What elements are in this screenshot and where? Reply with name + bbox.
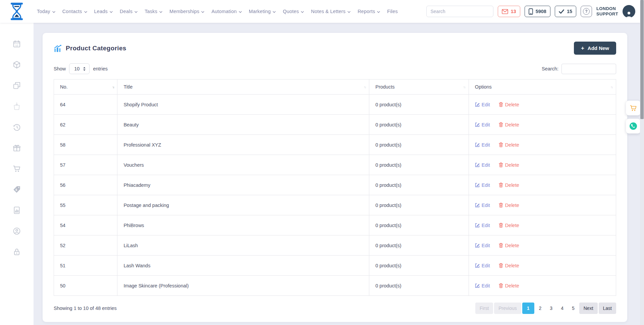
delete-link[interactable]: Delete	[499, 162, 519, 168]
cart-float-button[interactable]	[626, 101, 641, 115]
global-search-input[interactable]	[427, 9, 493, 14]
table-search: Search:	[542, 64, 616, 74]
edit-link[interactable]: Edit	[475, 182, 490, 188]
main-nav: TodayContactsLeadsDealsTasksMembershipsA…	[37, 9, 398, 14]
row-no: 51	[54, 256, 117, 276]
entries-label: entries	[93, 66, 108, 71]
nav-item-quotes[interactable]: Quotes	[283, 9, 304, 14]
pagination-2[interactable]: 2	[535, 303, 545, 314]
delete-link[interactable]: Delete	[499, 122, 519, 127]
entries-summary: Showing 1 to 10 of 48 entries	[54, 306, 117, 311]
nav-item-notes-letters[interactable]: Notes & Letters	[311, 9, 351, 14]
edit-link[interactable]: Edit	[475, 142, 490, 148]
table-row: 55Postage and packing0 product(s)EditDel…	[54, 195, 616, 215]
edit-link[interactable]: Edit	[475, 263, 490, 268]
column-header-no[interactable]: No.↑↓	[54, 79, 117, 95]
report-doc-icon[interactable]	[12, 206, 21, 215]
nav-item-contacts[interactable]: Contacts	[62, 9, 87, 14]
nav-item-marketing[interactable]: Marketing	[249, 9, 276, 14]
table-row: 62Beauty0 product(s)EditDelete	[54, 115, 616, 135]
gift-icon[interactable]	[12, 144, 21, 152]
nav-item-tasks[interactable]: Tasks	[145, 9, 162, 14]
help-button[interactable]: ?	[581, 6, 592, 17]
row-no: 50	[54, 276, 117, 296]
products-cube-icon[interactable]	[12, 60, 21, 69]
delete-link[interactable]: Delete	[499, 142, 519, 148]
delete-link[interactable]: Delete	[499, 263, 519, 268]
pagination-1[interactable]: 1	[522, 303, 534, 314]
column-header-title[interactable]: Title↑↓	[117, 79, 369, 95]
nav-item-today[interactable]: Today	[37, 9, 55, 14]
column-header-products[interactable]: Products↑↓	[369, 79, 469, 95]
chevron-down-icon	[239, 9, 242, 14]
nav-item-memberships[interactable]: Memberships	[169, 9, 204, 14]
app-logo[interactable]	[0, 3, 34, 20]
account-circle-icon[interactable]	[12, 227, 21, 235]
tasks-badge[interactable]: 15	[555, 6, 576, 17]
table-row: 52LiLash0 product(s)EditDelete	[54, 235, 616, 256]
column-header-options[interactable]: Options↑↓	[469, 79, 616, 95]
delete-link[interactable]: Delete	[499, 283, 519, 288]
edit-link[interactable]: Edit	[475, 122, 490, 127]
pagination-last[interactable]: Last	[599, 303, 616, 314]
table-row: 57Vouchers0 product(s)EditDelete	[54, 155, 616, 175]
row-options: EditDelete	[469, 276, 616, 296]
delete-link[interactable]: Delete	[499, 182, 519, 188]
table-search-input[interactable]	[561, 64, 616, 74]
edit-icon	[475, 203, 480, 208]
pagination-3[interactable]: 3	[546, 303, 556, 314]
edit-link[interactable]: Edit	[475, 203, 490, 208]
edit-icon	[475, 223, 480, 228]
chevron-down-icon	[201, 9, 204, 14]
avatar[interactable]	[623, 5, 635, 18]
svg-text:12: 12	[15, 44, 18, 47]
check-icon	[559, 9, 564, 14]
row-no: 62	[54, 115, 117, 135]
nav-item-automation[interactable]: Automation	[211, 9, 241, 14]
cart-icon[interactable]	[12, 164, 21, 173]
trash-icon	[499, 182, 503, 187]
calendar-icon[interactable]: 12	[12, 40, 21, 48]
nav-item-reports[interactable]: Reports	[358, 9, 380, 14]
scrollbar-thumb[interactable]	[640, 0, 644, 119]
edit-link[interactable]: Edit	[475, 102, 490, 107]
phone-badge[interactable]: 5908	[525, 6, 550, 17]
nav-item-leads[interactable]: Leads	[94, 9, 113, 14]
row-options: EditDelete	[469, 215, 616, 235]
user-icon	[625, 10, 633, 18]
bag-download-icon[interactable]	[12, 102, 21, 111]
nav-item-files[interactable]: Files	[387, 9, 398, 14]
sort-arrows-icon: ↑↓	[610, 85, 612, 89]
add-new-button[interactable]: + Add New	[574, 42, 616, 55]
page-size-select[interactable]: 10	[69, 63, 90, 74]
history-icon[interactable]	[12, 123, 21, 131]
page-scrollbar[interactable]	[640, 0, 644, 325]
row-title: Beauty	[117, 115, 369, 135]
pagination-first: First	[475, 303, 493, 314]
pagination-next[interactable]: Next	[579, 303, 598, 314]
row-no: 54	[54, 215, 117, 235]
mail-count: 13	[511, 9, 516, 14]
top-header: TodayContactsLeadsDealsTasksMembershipsA…	[0, 0, 644, 23]
edit-link[interactable]: Edit	[475, 243, 490, 248]
pagination-5[interactable]: 5	[568, 303, 578, 314]
nav-item-deals[interactable]: Deals	[120, 9, 138, 14]
mail-badge[interactable]: 13	[498, 6, 520, 17]
price-tag-icon[interactable]: $	[12, 185, 21, 194]
delete-link[interactable]: Delete	[499, 243, 519, 248]
chevron-down-icon	[135, 9, 138, 14]
row-products: 0 product(s)	[369, 175, 469, 195]
row-products: 0 product(s)	[369, 276, 469, 296]
delete-link[interactable]: Delete	[499, 102, 519, 107]
lock-icon[interactable]	[12, 248, 21, 256]
phone-float-button[interactable]	[626, 119, 641, 133]
copy-pages-icon[interactable]	[12, 81, 21, 90]
delete-link[interactable]: Delete	[499, 203, 519, 208]
edit-link[interactable]: Edit	[475, 283, 490, 288]
edit-link[interactable]: Edit	[475, 162, 490, 168]
table-row: 64Shopify Product0 product(s)EditDelete	[54, 95, 616, 115]
delete-link[interactable]: Delete	[499, 223, 519, 228]
edit-link[interactable]: Edit	[475, 223, 490, 228]
pagination-4[interactable]: 4	[557, 303, 567, 314]
trash-icon	[499, 223, 503, 228]
